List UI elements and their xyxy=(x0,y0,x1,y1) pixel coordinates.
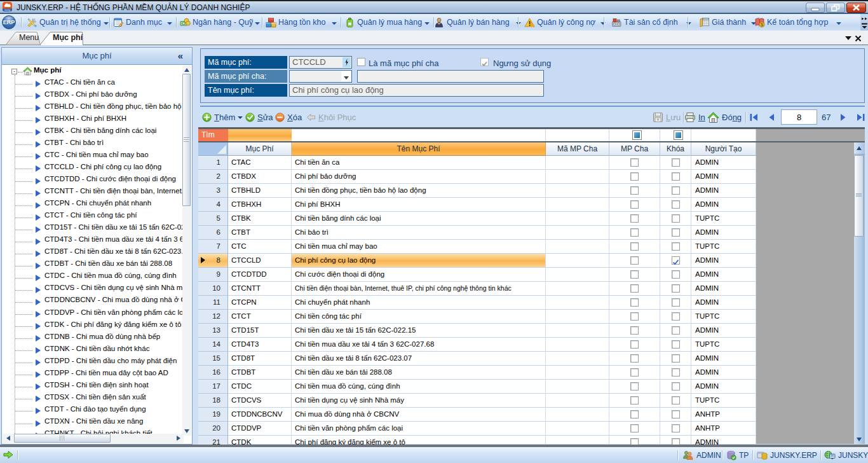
svg-text:Junsky: Junsky xyxy=(4,9,11,11)
